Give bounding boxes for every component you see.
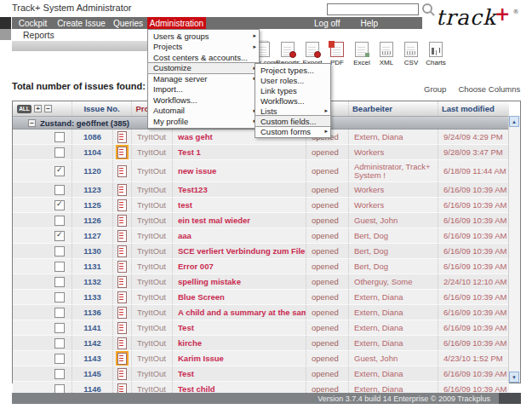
issue-title-link[interactable]: Karim Issue	[173, 351, 306, 366]
row-checkbox[interactable]	[54, 132, 65, 142]
column-header-bearbeiter[interactable]: Bearbeiter	[349, 101, 438, 116]
customize-submenu-link-types[interactable]: Link types	[255, 85, 330, 95]
row-checkbox[interactable]	[54, 262, 65, 272]
issue-title-link[interactable]: Test	[173, 320, 306, 335]
column-header-issue-no[interactable]: Issue No.	[72, 101, 132, 116]
admin-menu-customize[interactable]: Customize▸	[148, 63, 259, 74]
issue-title-link[interactable]: aaa	[173, 228, 306, 243]
menu-log-off[interactable]: Log off	[304, 17, 350, 29]
status-bar-end-block	[499, 393, 521, 404]
customize-submenu-lists[interactable]: Lists▸	[255, 106, 330, 116]
toolbar-csv[interactable]: CSV	[400, 42, 422, 66]
issue-title-link[interactable]: SCE verliert Verbindung zum FileServer	[173, 244, 306, 258]
row-checkbox[interactable]	[54, 246, 65, 256]
table-row[interactable]: 1136TryItOutA child and a summary at the…	[13, 305, 509, 320]
customize-submenu-workflows[interactable]: Workflows...	[255, 95, 330, 106]
table-row[interactable]: 1125TryItOuttestopenedWorkers6/16/09 10:…	[13, 198, 509, 213]
menu-cockpit[interactable]: Cockpit	[12, 17, 54, 29]
project-cell: TryItOut	[132, 366, 173, 381]
table-row[interactable]: 1145TryItOutTestopenedExtern, Diana6/16/…	[13, 366, 509, 382]
table-row[interactable]: 1133TryItOutBlue ScreenopenedExtern, Dia…	[13, 290, 509, 305]
issue-title-link[interactable]: ein test mal wieder	[173, 213, 306, 228]
row-checkbox[interactable]	[54, 338, 65, 349]
row-checkbox[interactable]	[54, 231, 65, 241]
table-row[interactable]: 1143TryItOutKarim IssueopenedGuest, John…	[13, 351, 509, 366]
row-checkbox[interactable]	[54, 166, 65, 176]
issue-title-link[interactable]: A child and a summary at the same time	[173, 305, 306, 320]
checkbox-cell	[13, 228, 72, 243]
last-modified-cell: 6/16/09 10:39 AM	[438, 290, 509, 304]
row-checkbox[interactable]	[54, 216, 65, 226]
admin-menu-automail[interactable]: Automail▸	[148, 106, 259, 117]
admin-menu-projects[interactable]: Projects▸	[148, 42, 259, 53]
toolbar-excel[interactable]: Excel	[351, 42, 373, 66]
menu-item-label: Automail	[153, 106, 185, 115]
table-row[interactable]: 1126TryItOutein test mal wiederopenedGue…	[13, 213, 509, 228]
issue-title-link[interactable]: Test 1	[173, 145, 306, 159]
last-modified-cell: 6/16/09 10:39 AM	[438, 244, 509, 258]
issue-title-link[interactable]: Error 007	[173, 259, 306, 274]
customize-submenu-custom-forms[interactable]: Custom forms▸	[255, 126, 330, 136]
table-row[interactable]: 1120TryItOutnew issueopenedAdministrator…	[13, 160, 509, 182]
bearbeiter-cell: Extern, Diana	[349, 366, 438, 381]
issue-title-link[interactable]: Test	[173, 366, 306, 381]
charts-icon	[429, 42, 443, 57]
toolbar-charts[interactable]: Charts	[425, 42, 447, 66]
table-row[interactable]: 1104TryItOutTest 1openedWorkers9/28/09 3…	[13, 145, 509, 160]
admin-menu-import[interactable]: Import...	[148, 84, 259, 95]
group-link[interactable]: Group	[424, 84, 446, 94]
row-checkbox[interactable]	[54, 369, 65, 379]
customize-submenu-user-roles[interactable]: User roles...	[255, 75, 330, 85]
column-header-last-modified[interactable]: Last modified	[438, 101, 509, 116]
last-modified-cell: 9/28/09 3:47 PM	[438, 145, 509, 159]
collapse-all-icon[interactable]: −	[44, 105, 52, 112]
table-row[interactable]: 1142TryItOutkircheopenedExtern, Diana6/1…	[13, 336, 509, 351]
table-row[interactable]: 1127TryItOutaaaopenedBert, Dog6/16/09 10…	[13, 228, 509, 244]
admin-menu-cost-centers-accounts[interactable]: Cost centers & accounts...	[148, 52, 259, 63]
main-menubar: CockpitCreate IssueQueriesAdministration…	[12, 17, 422, 29]
menu-help[interactable]: Help	[350, 17, 388, 29]
menu-administration[interactable]: Administration	[147, 17, 206, 29]
menu-create-issue[interactable]: Create Issue	[54, 17, 109, 29]
last-modified-cell: 6/16/09 10:39 AM	[438, 182, 509, 197]
row-checkbox[interactable]	[54, 354, 65, 364]
scroll-up-icon[interactable]: ▲	[509, 116, 519, 127]
issue-title-link[interactable]: new issue	[173, 160, 306, 181]
row-checkbox[interactable]	[54, 292, 65, 302]
search-input[interactable]	[327, 3, 419, 15]
toolbar-xml[interactable]: XML	[375, 42, 398, 66]
expand-all-icon[interactable]: +	[34, 105, 42, 112]
vertical-scrollbar[interactable]: ▲ ▼	[508, 116, 520, 383]
scroll-down-icon[interactable]: ▼	[509, 372, 519, 383]
search-icon[interactable]	[422, 3, 432, 14]
submenu-bar-reports[interactable]: Reports	[23, 30, 54, 40]
select-all-button[interactable]: All	[17, 105, 31, 113]
issue-title-link[interactable]: spelling mistake	[173, 274, 306, 289]
status-cell: opened	[306, 145, 349, 159]
admin-menu-workflows[interactable]: Workflows...	[148, 95, 259, 106]
toolbar-label: CSV	[404, 59, 418, 66]
issue-title-link[interactable]: Blue Screen	[173, 290, 306, 304]
customize-submenu-custom-fields[interactable]: Custom fields...	[255, 116, 330, 126]
choose-columns-link[interactable]: Choose Columns	[458, 84, 520, 94]
row-checkbox[interactable]	[54, 308, 65, 318]
admin-menu-users-groups[interactable]: Users & groups▸	[148, 31, 259, 42]
table-row[interactable]: 1141TryItOutTestopenedExtern, Diana6/16/…	[13, 320, 509, 336]
row-checkbox[interactable]	[54, 200, 65, 210]
collapse-group-icon[interactable]: −	[28, 119, 36, 127]
admin-menu-my-profile[interactable]: My profile▸	[148, 116, 259, 127]
table-row[interactable]: 1130TryItOutSCE verliert Verbindung zum …	[13, 244, 509, 259]
menu-queries[interactable]: Queries	[109, 17, 147, 29]
row-checkbox[interactable]	[54, 277, 65, 287]
row-checkbox[interactable]	[54, 185, 65, 195]
issue-title-link[interactable]: test	[173, 198, 306, 212]
issue-title-link[interactable]: Test123	[173, 182, 306, 197]
row-checkbox[interactable]	[54, 323, 65, 333]
row-checkbox[interactable]	[54, 147, 65, 158]
table-row[interactable]: 1132TryItOutspelling mistakeopenedOtherg…	[13, 274, 509, 290]
table-row[interactable]: 1123TryItOutTest123openedWorkers6/16/09 …	[13, 182, 509, 198]
table-row[interactable]: 1131TryItOutError 007openedBert, Dog6/16…	[13, 259, 509, 274]
issue-title-link[interactable]: kirche	[173, 336, 306, 350]
customize-submenu-project-types[interactable]: Project types...	[255, 65, 330, 75]
admin-menu-manage-server[interactable]: Manage server▸	[148, 73, 259, 84]
